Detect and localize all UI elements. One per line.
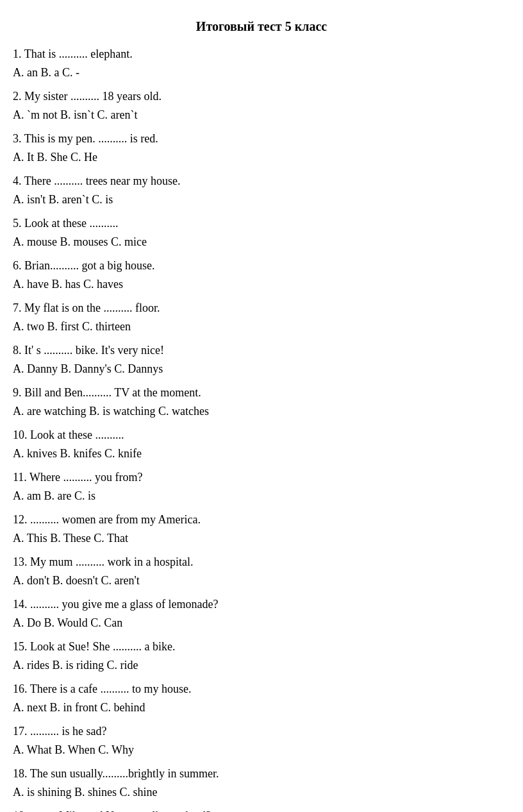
question-text-3: 3. This is my pen. .......... is red. [13,130,510,148]
answer-options-11: A. am B. are C. is [13,487,510,505]
question-text-17: 17. .......... is he sad? [13,723,510,740]
question-text-16: 16. There is a cafe .......... to my hou… [13,681,510,698]
question-text-11: 11. Where .......... you from? [13,469,510,486]
answer-options-18: A. is shining B. shines C. shine [13,784,510,801]
question-text-5: 5. Look at these .......... [13,215,510,232]
page-title: Итоговый тест 5 класс [13,19,510,34]
question-text-14: 14. .......... you give me a glass of le… [13,596,510,613]
answer-options-14: A. Do B. Would C. Can [13,614,510,632]
answer-options-17: A. What B. When C. Why [13,741,510,759]
answer-options-2: A. `m not B. isn`t C. aren`t [13,106,510,124]
answer-options-12: A. This B. These C. That [13,530,510,547]
question-text-19: 19. ..........Mike and Nancy walk to sch… [13,808,510,812]
question-text-6: 6. Brian.......... got a big house. [13,257,510,275]
answer-options-7: A. two B. first C. thirteen [13,318,510,335]
question-text-2: 2. My sister .......... 18 years old. [13,88,510,105]
question-text-1: 1. That is .......... elephant. [13,46,510,63]
answer-options-1: A. an B. a C. - [13,64,510,81]
answer-options-10: A. knives B. knifes C. knife [13,445,510,462]
question-text-13: 13. My mum .......... work in a hospital… [13,554,510,571]
question-text-8: 8. It' s .......... bike. It's very nice… [13,342,510,359]
question-text-7: 7. My flat is on the .......... floor. [13,300,510,317]
answer-options-8: A. Danny B. Danny's C. Dannys [13,360,510,378]
question-text-12: 12. .......... women are from my America… [13,511,510,529]
question-text-4: 4. There .......... trees near my house. [13,173,510,190]
question-text-9: 9. Bill and Ben.......... TV at the mome… [13,384,510,402]
answer-options-13: A. don't B. doesn't C. aren't [13,572,510,589]
answer-options-9: A. are watching B. is watching C. watche… [13,403,510,420]
question-text-15: 15. Look at Sue! She .......... a bike. [13,638,510,656]
question-text-18: 18. The sun usually.........brightly in … [13,765,510,782]
answer-options-6: A. have B. has C. haves [13,276,510,293]
answer-options-15: A. rides B. is riding C. ride [13,657,510,674]
answer-options-5: A. mouse B. mouses C. mice [13,233,510,251]
answer-options-16: A. next B. in front C. behind [13,699,510,716]
answer-options-3: A. It B. She C. He [13,149,510,166]
answer-options-4: A. isn't B. aren`t C. is [13,191,510,208]
question-text-10: 10. Look at these .......... [13,427,510,444]
